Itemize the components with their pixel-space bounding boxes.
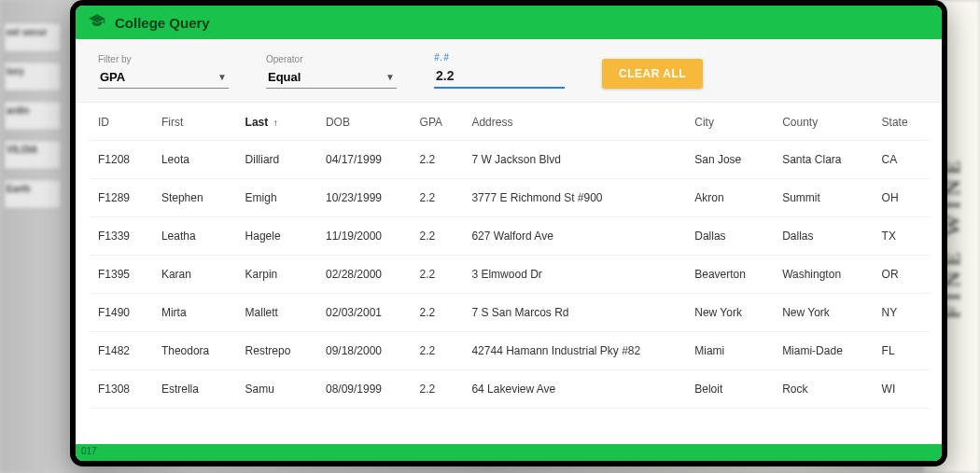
sort-asc-icon: ↑ xyxy=(273,118,278,128)
footer-text: 017 xyxy=(81,446,97,456)
cell-gpa: 2.2 xyxy=(411,256,463,294)
app-titlebar: College Query xyxy=(76,6,942,39)
bg-spine: tory xyxy=(4,62,62,91)
cell-dob: 04/17/1999 xyxy=(316,141,411,179)
cell-county: Rock xyxy=(773,370,872,409)
bg-spine: ardin xyxy=(4,101,62,131)
cell-id: F1339 xyxy=(89,217,152,256)
cell-address: 3777 E Richmond St #900 xyxy=(462,179,685,217)
cell-city: San Jose xyxy=(685,141,773,179)
operator-group: Operator Equal ▼ xyxy=(266,54,397,89)
operator-label: Operator xyxy=(266,54,397,64)
cell-first: Leatha xyxy=(152,217,236,256)
cell-gpa: 2.2 xyxy=(411,141,463,179)
cell-gpa: 2.2 xyxy=(411,294,463,332)
cell-state: NY xyxy=(873,294,929,332)
table-head: IDFirstLast ↑DOBGPAAddressCityCountyStat… xyxy=(89,103,929,141)
cell-first: Leota xyxy=(152,141,236,179)
cell-first: Mirta xyxy=(152,294,236,332)
cell-id: F1208 xyxy=(89,141,152,179)
cell-first: Estrella xyxy=(152,370,236,409)
cell-last: Restrepo xyxy=(236,332,316,370)
column-header[interactable]: First xyxy=(152,103,236,141)
cell-last: Mallett xyxy=(236,294,316,332)
cell-id: F1482 xyxy=(89,332,152,370)
value-group: #.# xyxy=(434,52,565,89)
column-header[interactable]: DOB xyxy=(316,103,411,141)
cell-last: Samu xyxy=(236,370,316,409)
table-body: F1208LeotaDilliard04/17/19992.27 W Jacks… xyxy=(89,141,929,409)
table-row[interactable]: F1395KaranKarpin02/28/20002.23 Elmwood D… xyxy=(89,256,929,294)
cell-state: OR xyxy=(873,256,929,294)
app-screen: College Query Filter by GPA ▼ Operator E… xyxy=(76,6,942,461)
bg-spine: eel secur xyxy=(4,22,62,52)
cell-address: 7 W Jackson Blvd xyxy=(462,141,685,179)
chevron-down-icon: ▼ xyxy=(217,72,227,82)
results-table-wrap[interactable]: IDFirstLast ↑DOBGPAAddressCityCountyStat… xyxy=(76,103,942,444)
cell-address: 627 Walford Ave xyxy=(462,217,685,256)
table-row[interactable]: F1208LeotaDilliard04/17/19992.27 W Jacks… xyxy=(89,141,929,179)
table-row[interactable]: F1308EstrellaSamu08/09/19992.264 Lakevie… xyxy=(89,370,929,409)
cell-county: Miami-Dade xyxy=(773,332,872,370)
column-header[interactable]: State xyxy=(873,103,929,141)
filter-bar: Filter by GPA ▼ Operator Equal ▼ #.# CLE… xyxy=(76,39,942,103)
cell-city: Beaverton xyxy=(685,256,773,294)
table-row[interactable]: F1339LeathaHagele11/19/20002.2627 Walfor… xyxy=(89,217,929,256)
cell-state: OH xyxy=(873,179,929,217)
cell-city: Beloit xyxy=(685,370,773,409)
table-row[interactable]: F1289StephenEmigh10/23/19992.23777 E Ric… xyxy=(89,179,929,217)
cell-county: Santa Clara xyxy=(773,141,872,179)
column-header[interactable]: County xyxy=(773,103,872,141)
cell-address: 64 Lakeview Ave xyxy=(462,370,685,409)
column-header[interactable]: Address xyxy=(462,103,685,141)
status-footer: 017 xyxy=(76,444,942,461)
cell-id: F1395 xyxy=(89,256,152,294)
column-header[interactable]: ID xyxy=(89,103,152,141)
operator-value: Equal xyxy=(268,70,301,84)
clear-all-button[interactable]: CLEAR ALL xyxy=(602,59,703,89)
operator-select[interactable]: Equal ▼ xyxy=(266,66,397,89)
cell-dob: 11/19/2000 xyxy=(316,217,411,256)
graduation-cap-icon xyxy=(89,14,105,31)
laptop-frame: College Query Filter by GPA ▼ Operator E… xyxy=(70,0,947,466)
cell-first: Stephen xyxy=(152,179,236,217)
cell-state: TX xyxy=(873,217,929,256)
cell-city: Dallas xyxy=(685,217,773,256)
table-row[interactable]: F1490MirtaMallett02/03/20012.27 S San Ma… xyxy=(89,294,929,332)
cell-state: WI xyxy=(873,370,929,409)
value-hint: #.# xyxy=(434,52,565,63)
cell-address: 7 S San Marcos Rd xyxy=(462,294,685,332)
column-header[interactable]: Last ↑ xyxy=(236,103,316,141)
cell-county: Washington xyxy=(773,256,872,294)
cell-gpa: 2.2 xyxy=(411,179,463,217)
bg-book-spines: eel secur tory ardin VILOIA Earth xyxy=(0,19,65,392)
cell-address: 42744 Hamann Industrial Pky #82 xyxy=(462,332,685,370)
cell-id: F1289 xyxy=(89,179,152,217)
cell-dob: 02/03/2001 xyxy=(316,294,411,332)
filterby-select[interactable]: GPA ▼ xyxy=(98,66,229,89)
cell-first: Theodora xyxy=(152,332,236,370)
cell-city: New York xyxy=(685,294,773,332)
cell-county: Summit xyxy=(773,179,872,217)
results-table: IDFirstLast ↑DOBGPAAddressCityCountyStat… xyxy=(89,103,929,409)
cell-last: Emigh xyxy=(236,179,316,217)
cell-dob: 09/18/2000 xyxy=(316,332,411,370)
app-title: College Query xyxy=(115,15,210,31)
filterby-value: GPA xyxy=(100,70,125,84)
cell-city: Akron xyxy=(685,179,773,217)
cell-gpa: 2.2 xyxy=(411,332,463,370)
column-header[interactable]: GPA xyxy=(411,103,463,141)
cell-dob: 08/09/1999 xyxy=(316,370,411,409)
cell-county: Dallas xyxy=(773,217,872,256)
bg-spine: Earth xyxy=(4,179,62,209)
cell-state: CA xyxy=(873,141,929,179)
cell-state: FL xyxy=(873,332,929,370)
table-row[interactable]: F1482TheodoraRestrepo09/18/20002.242744 … xyxy=(89,332,929,370)
filterby-group: Filter by GPA ▼ xyxy=(98,54,229,89)
cell-gpa: 2.2 xyxy=(411,370,463,409)
value-input[interactable] xyxy=(434,64,565,89)
column-header[interactable]: City xyxy=(685,103,773,141)
cell-last: Karpin xyxy=(236,256,316,294)
cell-last: Dilliard xyxy=(236,141,316,179)
cell-address: 3 Elmwood Dr xyxy=(462,256,685,294)
